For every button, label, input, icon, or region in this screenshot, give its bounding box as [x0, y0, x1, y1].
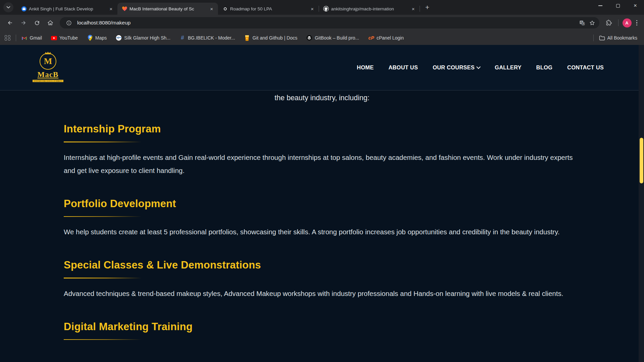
logo-tagline: INTERNATIONAL SCHOOL OF BEAUTY	[33, 80, 63, 82]
page-scrollbar[interactable]	[639, 45, 644, 362]
browser-tab-ankit-singh[interactable]: Ankit Singh | Full Stack Develop ×	[17, 3, 117, 15]
maximize-icon	[616, 4, 620, 8]
reload-button[interactable]	[31, 17, 43, 28]
bookmark-star-icon[interactable]	[587, 18, 597, 28]
tab-close-icon[interactable]: ×	[108, 6, 114, 12]
profile-avatar[interactable]: A	[623, 18, 632, 27]
back-icon	[7, 19, 13, 26]
address-bar[interactable]: localhost:8080/makeup GA	[60, 17, 599, 28]
extensions-button[interactable]	[603, 17, 614, 28]
scrollbar-thumb[interactable]	[640, 138, 643, 183]
youtube-icon	[51, 35, 57, 41]
heading-underline	[64, 141, 142, 142]
bookmark-maps[interactable]: Maps	[87, 35, 107, 41]
nav-our-courses[interactable]: OUR COURSES	[433, 64, 480, 71]
forward-icon	[20, 19, 27, 26]
browser-menu-button[interactable]	[633, 20, 641, 26]
url-text: localhost:8080/makeup	[77, 20, 577, 26]
browser-tab-strip: Ankit Singh | Full Stack Develop × MacB …	[0, 0, 644, 15]
close-button[interactable]: ×	[627, 0, 644, 11]
heart-icon	[121, 6, 127, 12]
bookmark-gmail[interactable]: Gmail	[21, 35, 42, 41]
nav-blog[interactable]: BLOG	[536, 64, 552, 71]
page-content: and we provide complete training with pl…	[0, 90, 644, 340]
site-info-icon[interactable]	[64, 18, 74, 28]
hash-icon: #	[179, 35, 185, 41]
all-bookmarks-button[interactable]: All Bookmarks	[599, 35, 637, 41]
github-icon	[323, 6, 329, 12]
bookmark-label: Gmail	[30, 35, 42, 41]
bookmark-label: YouTube	[59, 35, 78, 41]
bookmark-silk-glamor[interactable]: Silk Glamor High Sh...	[116, 35, 170, 41]
bookmark-bg-ibelick[interactable]: # BG.IBELICK - Moder...	[179, 35, 235, 41]
bookmark-label: BG.IBELICK - Moder...	[188, 35, 235, 41]
bookmark-label: cPanel Login	[377, 35, 404, 41]
chevron-down-icon	[476, 65, 481, 69]
cpanel-icon: cP	[368, 35, 374, 41]
site-header: M MacB INTERNATIONAL SCHOOL OF BEAUTY HO…	[0, 45, 644, 90]
forward-button[interactable]	[18, 17, 29, 28]
side-panel-apps-button[interactable]	[5, 35, 10, 41]
bookmark-label: Maps	[95, 35, 107, 41]
chatgpt-icon	[222, 6, 228, 12]
heading-underline	[64, 278, 142, 279]
briefcase-icon	[21, 6, 27, 12]
browser-tab-macb-active[interactable]: MacB International Beauty of Sc ×	[117, 3, 218, 15]
gitbook-icon	[306, 35, 312, 41]
site-nav: HOME ABOUT US OUR COURSES GALLERY BLOG C…	[357, 64, 604, 71]
bookmark-label: Silk Glamor High Sh...	[124, 35, 170, 41]
section-internship-program: Internship Program Internships at high-p…	[64, 123, 580, 177]
tab-close-icon[interactable]: ×	[410, 6, 416, 12]
logo-monogram: M	[44, 56, 52, 66]
browser-tab-roadmap[interactable]: Roadmap for 50 LPA ×	[218, 3, 319, 15]
maximize-button[interactable]	[609, 0, 627, 11]
nav-home[interactable]: HOME	[357, 64, 374, 71]
nav-contact-us[interactable]: CONTACT US	[567, 64, 604, 71]
bookmark-gitbook[interactable]: GitBook – Build pro...	[306, 35, 359, 41]
gmail-icon	[21, 35, 28, 41]
section-body: We help students create at least 5 profe…	[64, 225, 574, 238]
nav-gallery[interactable]: GALLERY	[495, 64, 522, 71]
minimize-button[interactable]	[592, 0, 609, 11]
back-button[interactable]	[4, 17, 16, 28]
bookmark-label: Git and Github | Docs	[253, 35, 298, 41]
tab-title: MacB International Beauty of Sc	[129, 6, 207, 11]
minimize-icon	[598, 5, 602, 6]
all-bookmarks-label: All Bookmarks	[607, 35, 637, 41]
section-body: Advanced techniques & trend-based makeup…	[64, 287, 574, 300]
bookmark-cpanel[interactable]: cP cPanel Login	[368, 35, 404, 41]
close-icon: ×	[634, 2, 637, 9]
nav-about-us[interactable]: ABOUT US	[388, 64, 418, 71]
crown-icon	[45, 51, 51, 55]
chevron-down-icon	[6, 6, 10, 9]
section-heading: Portfolio Development	[64, 198, 580, 210]
tab-divider	[420, 6, 420, 12]
browser-tab-github[interactable]: ankitsinghrajp/macb-internation ×	[319, 3, 420, 15]
logo-wordmark: MacB	[38, 70, 59, 79]
reload-icon	[34, 20, 40, 26]
maps-pin-icon	[87, 35, 93, 41]
bookmark-youtube[interactable]: YouTube	[51, 35, 78, 41]
site-logo[interactable]: M MacB INTERNATIONAL SCHOOL OF BEAUTY	[36, 53, 60, 82]
bookmark-git-docs[interactable]: Git and Github | Docs	[244, 35, 298, 41]
tab-close-icon[interactable]: ×	[309, 6, 315, 12]
logo-emblem: M	[40, 53, 56, 70]
new-tab-button[interactable]: +	[423, 3, 432, 12]
puzzle-icon	[605, 19, 612, 26]
bookmarks-divider	[593, 35, 594, 41]
home-button[interactable]	[45, 17, 56, 28]
section-heading: Special Classes & Live Demonstrations	[64, 259, 580, 271]
svg-text:A: A	[582, 22, 584, 25]
tab-search-button[interactable]	[3, 2, 13, 12]
toolbar-divider	[618, 19, 619, 26]
heading-underline	[64, 339, 142, 340]
tooth-logo-icon	[116, 35, 122, 41]
tab-close-icon[interactable]: ×	[209, 6, 215, 12]
heading-underline	[64, 216, 142, 217]
intro-text: the beauty industry, including:	[64, 94, 580, 102]
tab-title: Roadmap for 50 LPA	[230, 6, 307, 11]
translate-icon[interactable]: GA	[577, 18, 587, 28]
glass-icon	[244, 35, 250, 41]
page-viewport: M MacB INTERNATIONAL SCHOOL OF BEAUTY HO…	[0, 45, 644, 362]
section-digital-marketing: Digital Marketing Training	[64, 321, 580, 340]
